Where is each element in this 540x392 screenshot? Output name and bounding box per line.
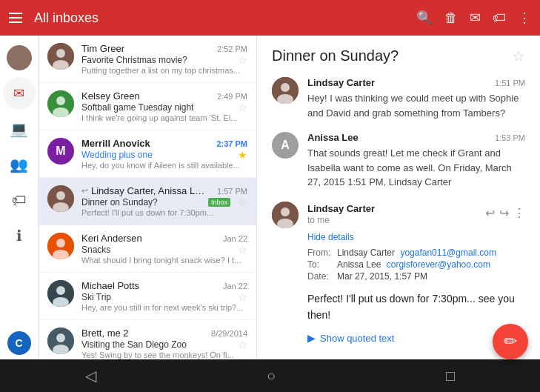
email-preview: Putting together a list on my top christ…	[81, 66, 247, 75]
detail-header: Dinner on Sunday? ☆	[272, 47, 525, 65]
email-preview: I think we're going up against team 'St.…	[81, 113, 247, 122]
email-preview: Hey, do you know if Aileen is still avai…	[81, 161, 247, 170]
email-subject: Ski Trip	[81, 292, 111, 302]
svg-point-7	[56, 191, 65, 200]
msg-sender: Lindsay Carter	[307, 77, 375, 88]
sidebar-item-people[interactable]: 👥	[3, 148, 36, 181]
sidebar-nav: ✉ 💻 👥 🏷 ℹ C	[0, 36, 39, 359]
message-card: A Anissa Lee 1:53 PM That sounds great! …	[272, 132, 525, 190]
msg-sender: Anissa Lee	[307, 132, 359, 143]
inbox-icon: ✉	[13, 85, 24, 102]
forward-icon[interactable]: ↪	[499, 206, 509, 220]
email-preview: Yes! Swing by to see the monkeys! On fl.…	[81, 351, 247, 359]
recents-button[interactable]: □	[446, 368, 455, 385]
back-button[interactable]: ◁	[85, 367, 96, 385]
star-icon[interactable]: ☆	[238, 102, 247, 113]
email-preview: Perfect! I'll put us down for 7:30pm...	[81, 208, 247, 217]
msg-body: Anissa Lee 1:53 PM That sounds great! Le…	[307, 132, 525, 190]
email-time: 2:49 PM	[217, 92, 247, 101]
msg-time: 1:53 PM	[495, 133, 525, 142]
compose-fab[interactable]: ✏	[493, 324, 528, 359]
more-icon[interactable]: ⋮	[513, 206, 525, 220]
info-icon: ℹ	[16, 227, 22, 245]
sidebar-item-inbox[interactable]: ✉	[3, 77, 36, 110]
star-icon[interactable]: ☆	[238, 244, 247, 256]
email-subject: Dinner on Sunday?	[81, 197, 158, 207]
msg-sender: Lindsay Carter	[307, 203, 375, 214]
email-time: Jan 22	[223, 234, 247, 243]
play-icon: ▶	[307, 332, 316, 344]
to-value: Anissa Lee corgisforever@yahoo.com	[337, 259, 490, 270]
page-title: All inboxes	[34, 10, 416, 26]
top-bar: All inboxes 🔍 🗑 ✉ 🏷 ⋮	[0, 0, 540, 36]
star-icon[interactable]: ☆	[238, 196, 247, 208]
avatar	[47, 90, 74, 117]
more-icon[interactable]: ⋮	[518, 10, 531, 26]
star-icon[interactable]: ☆	[238, 54, 247, 66]
svg-point-16	[56, 333, 65, 342]
detail-star-icon[interactable]: ☆	[512, 47, 525, 65]
email-content: Brett, me 2 8/29/2014 Visiting the San D…	[81, 328, 247, 359]
bottom-nav: ◁ ○ □	[0, 359, 540, 392]
email-item[interactable]: Michael Potts Jan 22 Ski Trip ☆ Hey, are…	[39, 273, 256, 320]
home-button[interactable]: ○	[267, 368, 276, 385]
email-content: ↩ Lindsay Carter, Anissa Lee 3 1:57 PM D…	[81, 185, 247, 217]
sender-name: Brett, me 2	[81, 328, 129, 339]
reply-icon[interactable]: ↩	[485, 206, 495, 220]
sender-name: Lindsay Carter, Anissa Lee 3	[91, 185, 210, 196]
search-icon[interactable]: 🔍	[416, 10, 433, 26]
compose-icon: ✏	[504, 332, 517, 351]
star-icon[interactable]: ☆	[238, 291, 247, 303]
email-item[interactable]: Kelsey Green 2:49 PM Softball game Tuesd…	[39, 83, 256, 130]
email-list: Tim Greer 2:52 PM Favorite Christmas mov…	[39, 36, 257, 359]
svg-point-22	[281, 207, 290, 216]
hamburger-menu[interactable]	[9, 13, 22, 23]
sender-name: Michael Potts	[81, 280, 139, 291]
avatar	[47, 233, 74, 259]
email-time: 2:52 PM	[217, 44, 247, 53]
sidebar-item-tag[interactable]: 🏷	[3, 184, 36, 216]
email-item[interactable]: M Merrill Anovick 2:37 PM Wedding plus o…	[39, 130, 256, 178]
email-content: Michael Potts Jan 22 Ski Trip ☆ Hey, are…	[81, 280, 247, 312]
inbox-badge: Inbox	[208, 198, 230, 207]
delete-icon[interactable]: 🗑	[444, 10, 458, 26]
label-icon[interactable]: 🏷	[493, 10, 506, 26]
avatar: M	[47, 138, 74, 165]
from-email[interactable]: yogafan011@gmail.com	[400, 248, 496, 258]
email-subject: Softball game Tuesday night	[81, 102, 193, 113]
hide-details-link[interactable]: Hide details	[307, 232, 354, 242]
email-time: 1:57 PM	[217, 187, 247, 196]
email-item[interactable]: Keri Andersen Jan 22 Snacks ☆ What shoul…	[39, 225, 256, 273]
svg-point-10	[56, 239, 65, 248]
mail-icon[interactable]: ✉	[470, 10, 481, 26]
star-icon[interactable]: ☆	[238, 339, 247, 351]
msg-avatar: A	[272, 132, 299, 159]
email-item[interactable]: Brett, me 2 8/29/2014 Visiting the San D…	[39, 320, 256, 359]
star-icon[interactable]: ★	[238, 149, 247, 161]
email-content: Keri Andersen Jan 22 Snacks ☆ What shoul…	[81, 233, 247, 265]
date-value: Mar 27, 2015, 1:57 PM	[337, 271, 427, 282]
email-preview: What should I bring tonight snack wise? …	[81, 256, 247, 265]
sidebar-item-tablet[interactable]: 💻	[3, 113, 36, 145]
email-subject: Snacks	[81, 245, 110, 255]
email-item[interactable]: ↩ Lindsay Carter, Anissa Lee 3 1:57 PM D…	[39, 178, 256, 225]
tag-icon: 🏷	[12, 192, 27, 209]
detail-panel: Dinner on Sunday? ☆ Lindsay Carter 1:51 …	[257, 36, 540, 359]
email-content: Kelsey Green 2:49 PM Softball game Tuesd…	[81, 90, 247, 122]
svg-point-19	[281, 83, 290, 92]
email-subject: Wedding plus one	[81, 150, 153, 160]
sidebar-item-info[interactable]: ℹ	[3, 219, 36, 252]
msg-body: Lindsay Carter to me ↩ ↪ ⋮ Hide details …	[307, 202, 525, 345]
to-email[interactable]: corgisforever@yahoo.com	[387, 259, 490, 270]
show-quoted-label: Show quoted text	[320, 333, 394, 344]
sidebar-user-avatar[interactable]	[3, 41, 36, 74]
sender-name: Merrill Anovick	[81, 138, 150, 149]
msg-main-text: Perfect! I'll put us down for 7:30pm... …	[307, 290, 525, 324]
email-item[interactable]: Tim Greer 2:52 PM Favorite Christmas mov…	[39, 36, 256, 83]
date-label: Date:	[307, 271, 337, 282]
email-time: Jan 22	[223, 282, 247, 290]
sidebar-account-avatar[interactable]: C	[3, 327, 36, 359]
detail-title: Dinner on Sunday?	[272, 47, 399, 64]
email-content: Merrill Anovick 2:37 PM Wedding plus one…	[81, 138, 247, 170]
top-bar-icons: 🔍 🗑 ✉ 🏷 ⋮	[416, 10, 531, 26]
